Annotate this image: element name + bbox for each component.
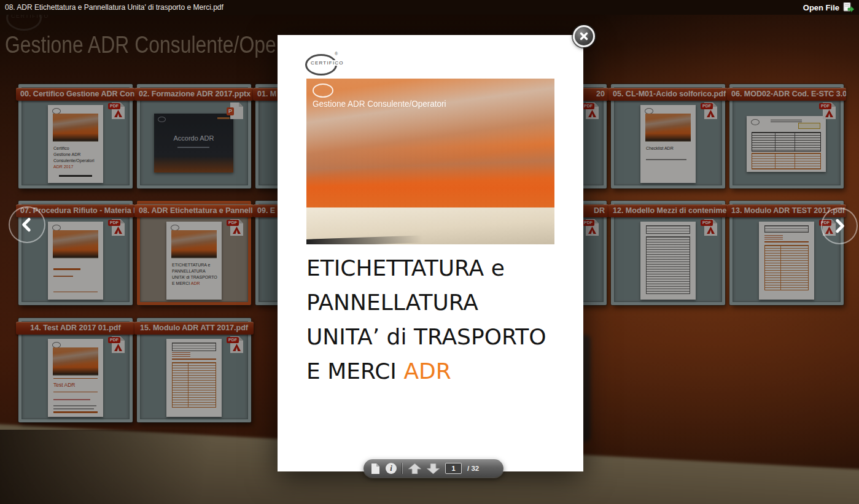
arrow-up-icon — [408, 463, 421, 474]
certifico-logo-text: CERTIFICO — [309, 60, 345, 66]
pdf-title-line: PANNELLATURA — [306, 285, 577, 320]
arrow-down-icon — [427, 463, 440, 474]
page-total-label: / 32 — [467, 465, 479, 472]
preview-modal: CERTIFICO ® Gestione ADR Consulente/Oper… — [278, 35, 583, 471]
next-page-nav-button[interactable] — [821, 207, 858, 244]
thumbnails-button[interactable] — [371, 463, 380, 475]
title-bar: 08. ADR Etichettatura e Pannellatura Uni… — [0, 0, 859, 15]
page-icon — [371, 463, 380, 475]
registered-mark: ® — [335, 52, 338, 56]
close-icon — [579, 31, 589, 41]
certifico-logo-icon — [313, 83, 333, 98]
toolbar-divider — [402, 463, 403, 474]
pdf-cover-image: Gestione ADR Consulente/Operatori — [306, 79, 554, 244]
pdf-title-line: ETICHETTATURA e — [306, 251, 577, 285]
previous-page-button[interactable] — [408, 463, 421, 474]
chevron-right-icon — [831, 218, 847, 234]
pdf-title-line: E MERCI ADR — [306, 354, 577, 389]
next-page-button[interactable] — [427, 463, 440, 474]
open-file-button[interactable]: Open File — [803, 2, 854, 12]
info-icon: i — [386, 463, 397, 474]
info-button[interactable]: i — [386, 463, 397, 474]
chevron-left-icon — [19, 217, 35, 233]
document-filename: 08. ADR Etichettatura e Pannellatura Uni… — [5, 3, 223, 12]
cover-rail-band — [306, 207, 554, 244]
prev-page-nav-button[interactable] — [9, 206, 45, 243]
close-button[interactable] — [573, 25, 595, 47]
viewer-toolbar: i / 32 — [363, 459, 503, 478]
open-file-label: Open File — [803, 3, 839, 12]
pdf-title-accent: ADR — [403, 359, 451, 384]
open-file-icon — [843, 2, 854, 12]
page-number-input[interactable] — [445, 463, 462, 474]
pdf-title: ETICHETTATURA e PANNELLATURA UNITA’ di T… — [306, 251, 577, 389]
certifico-logo: CERTIFICO ® — [305, 53, 342, 74]
cover-overlay-text: Gestione ADR Consulente/Operatori — [313, 98, 446, 109]
pdf-title-line: UNITA’ di TRASPORTO — [306, 320, 577, 354]
